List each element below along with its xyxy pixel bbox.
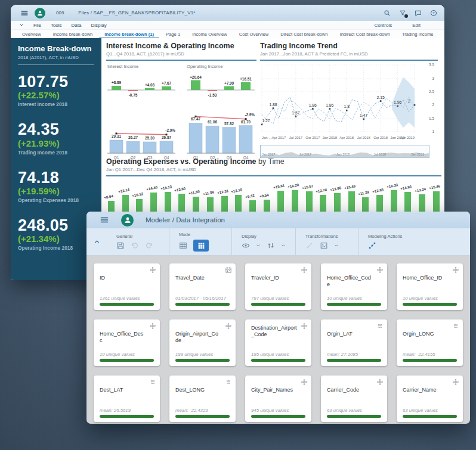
chart-panel[interactable]: Operating Income+20.64-1.53+7.99+16.5167… — [186, 63, 256, 163]
save-icon[interactable] — [116, 241, 125, 250]
bar-item[interactable]: +13.10 — [234, 180, 242, 213]
bar-item[interactable]: +11.29 — [361, 180, 369, 213]
line-plot[interactable]: 1.271.881.571.861.861.81.472.151.9623.53… — [260, 63, 438, 144]
measure-icon[interactable] — [149, 378, 156, 386]
timeline-scrubber[interactable]: Jan 2017Jul 2017Jan 2018Jul 2018Jan 2019 — [260, 145, 429, 158]
chart-opex-vs-opincome[interactable]: Operating Expenses vs. Operating Income … — [106, 157, 441, 215]
bar-item[interactable]: +15.43 — [348, 180, 356, 213]
column-card-orgin_lat[interactable]: Orgin_LAT mean: 27.1085 — [321, 319, 387, 366]
avatar[interactable] — [121, 214, 134, 226]
dimension-icon[interactable] — [225, 322, 232, 330]
bar-item[interactable]: +14.40 — [150, 180, 157, 213]
menu-tools[interactable]: Tools — [51, 23, 62, 28]
bar-item[interactable]: +15.13 — [164, 180, 172, 213]
tab-indirect-cost-break-down[interactable]: Indirect Cost break-down — [335, 30, 395, 39]
dimension-icon[interactable] — [376, 266, 384, 274]
breadcrumb[interactable]: Files / SAP__FS_GEN_BANKSPROFITABILITY_V… — [78, 10, 195, 15]
sort-icon[interactable] — [267, 241, 275, 250]
chart-interest-operating-income[interactable]: Interest Income & Operating Income Q1...… — [106, 42, 256, 163]
tab-page-1[interactable]: Page 1 — [160, 30, 186, 39]
bar-item[interactable]: +12.85 — [376, 180, 384, 213]
bar-item[interactable]: +14.96 — [404, 180, 412, 213]
measure-icon[interactable] — [225, 378, 232, 386]
column-card-orgin_long[interactable]: Orgin_LONG mean: -22.4155 — [397, 319, 463, 366]
bar-item[interactable]: +8.94 — [107, 180, 115, 213]
tab-overview[interactable]: Overview — [17, 30, 47, 39]
bar-item[interactable]: +11.50 — [192, 180, 200, 213]
bar-item[interactable]: +15.57 — [305, 180, 313, 213]
column-card-home_office_code[interactable]: Home_Office_Code 10 unique values — [321, 263, 387, 310]
tab-profitability[interactable]: Profitability — [440, 30, 444, 39]
filter-icon[interactable] — [399, 10, 406, 17]
dimension-icon[interactable] — [301, 322, 308, 330]
tab-income-break-down-1-[interactable]: Income break-down (1) — [99, 30, 159, 39]
bar-item[interactable]: +15.81 — [277, 180, 285, 213]
frame-icon[interactable] — [320, 241, 328, 250]
column-card-traveler_id[interactable]: Traveler_ID 797 unique values — [245, 263, 311, 310]
menu-data[interactable]: Data — [72, 23, 82, 28]
search-icon[interactable] — [384, 10, 391, 17]
bar-item[interactable]: +10.12 — [135, 180, 143, 213]
chevron-down-icon[interactable] — [334, 243, 339, 248]
column-card-dest_lat[interactable]: Dest_LAT mean: 26.5619 — [94, 375, 160, 422]
bar-item[interactable]: +12.31 — [221, 180, 228, 213]
avatar[interactable] — [35, 8, 45, 18]
kpi-tile[interactable]: 107.75 (+22.57%) Interest Income 2018 — [18, 73, 94, 107]
chart-panel[interactable]: Interest Income+8.89-0.75+4.03+7.6729.31… — [106, 63, 177, 163]
tab-trading-income[interactable]: Trading Income — [397, 30, 438, 39]
column-card-destination_airport_code[interactable]: Destination_Airport_Code 195 unique valu… — [245, 319, 311, 366]
eye-icon[interactable] — [242, 241, 250, 250]
column-card-carrier_name[interactable]: Carrier_Name 63 unique values — [397, 375, 463, 422]
measure-icon[interactable] — [376, 322, 384, 330]
tab-income-overview[interactable]: Income Overview — [187, 30, 233, 39]
discussion-icon[interactable] — [415, 10, 422, 17]
menu-file[interactable]: File — [33, 23, 41, 28]
bar-item[interactable]: +15.46 — [432, 180, 440, 213]
chevron-down-icon[interactable] — [19, 23, 24, 27]
tab-direct-cost-break-down[interactable]: Direct Cost break-down — [275, 30, 333, 39]
bar-item[interactable]: +13.80 — [178, 180, 186, 213]
scatter-icon[interactable] — [368, 241, 376, 250]
dimension-icon[interactable] — [149, 322, 156, 330]
edit-button[interactable]: Edit — [412, 23, 421, 28]
kpi-tile[interactable]: 74.18 (+19.59%) Operating Expenses 2018 — [18, 169, 94, 203]
bar-item[interactable]: +13.98 — [333, 180, 341, 213]
menu-icon[interactable] — [100, 215, 109, 225]
bar-item[interactable]: +16.33 — [390, 180, 398, 213]
bar-item[interactable]: +13.24 — [418, 180, 426, 213]
modeler-breadcrumb[interactable]: Modeler / Data Integration — [146, 216, 225, 224]
collapse-toolbar-button[interactable] — [86, 228, 107, 255]
calendar-icon[interactable] — [225, 266, 232, 274]
bar-item[interactable]: +13.14 — [122, 180, 129, 213]
table-icon[interactable] — [179, 241, 187, 250]
dimension-icon[interactable] — [452, 378, 459, 386]
help-icon[interactable]: ? — [430, 10, 437, 17]
menu-icon[interactable] — [20, 9, 29, 17]
measure-icon[interactable] — [452, 322, 459, 330]
bar-item[interactable]: +11.08 — [206, 180, 214, 213]
bar-item[interactable]: +9.32 — [249, 180, 256, 213]
kpi-tile[interactable]: 248.05 (+21.34%) Operating Income 2018 — [18, 217, 94, 251]
bar-item[interactable]: +16.20 — [291, 180, 299, 213]
column-card-id[interactable]: ID 1361 unique values — [94, 263, 160, 310]
chevron-down-icon[interactable] — [281, 243, 286, 248]
controls-button[interactable]: Controls — [374, 23, 392, 28]
kpi-tile[interactable]: 24.35 (+21.93%) Trading Income 2018 — [18, 121, 94, 155]
column-card-home_office_id[interactable]: Home_Office_ID 10 unique values — [397, 263, 463, 310]
dimension-icon[interactable] — [301, 266, 308, 274]
menu-display[interactable]: Display — [91, 23, 106, 28]
chevron-down-icon[interactable] — [256, 243, 261, 248]
bar-item[interactable]: +9.56 — [263, 180, 271, 213]
column-card-home_office_desc[interactable]: Home_Office_Desc 10 unique values — [94, 319, 160, 366]
column-card-city_pair_names[interactable]: City_Pair_Names 945 unique values — [245, 375, 311, 422]
tab-cost-overview[interactable]: Cost Overview — [234, 30, 274, 39]
tab-income-break-down[interactable]: Income break-down — [48, 30, 98, 39]
grid-icon-active[interactable] — [193, 240, 209, 252]
dimension-icon[interactable] — [149, 266, 156, 274]
dimension-icon[interactable] — [452, 266, 459, 274]
bar-item[interactable]: +12.74 — [319, 180, 327, 213]
column-card-travel_date[interactable]: Travel_Date 01/03/2017 - 05/16/2017 — [169, 263, 236, 310]
dimension-icon[interactable] — [301, 378, 308, 386]
dimension-icon[interactable] — [376, 378, 384, 386]
chart-trading-income-trend[interactable]: Trading Income Trend Jan 2017...Jan 2018… — [260, 42, 438, 158]
